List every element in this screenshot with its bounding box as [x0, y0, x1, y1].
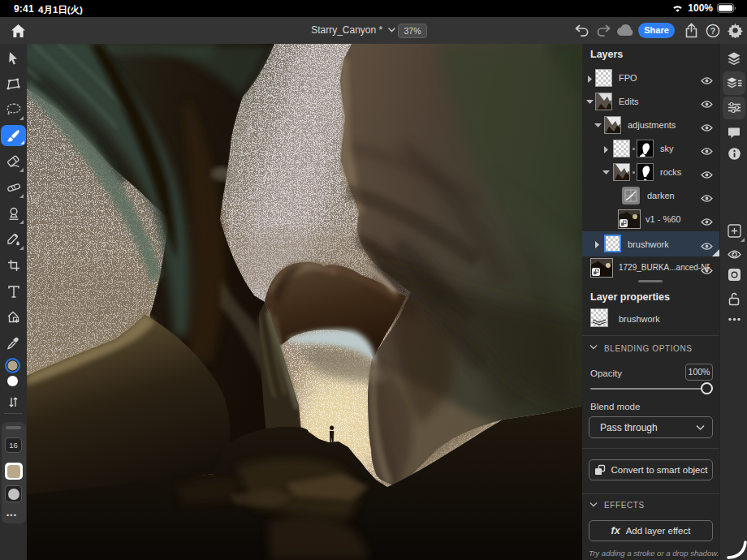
svg-text:?: ?	[710, 26, 715, 36]
